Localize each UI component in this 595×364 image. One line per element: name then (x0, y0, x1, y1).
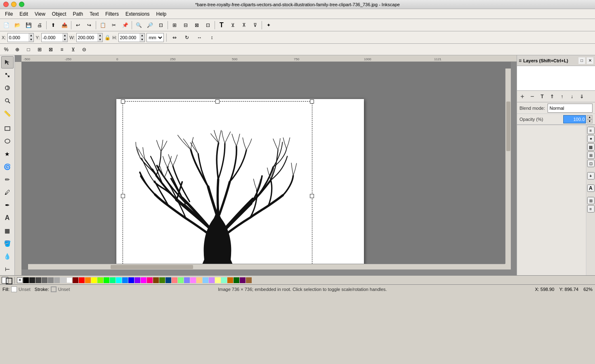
swatch-yellow-green[interactable] (97, 277, 103, 283)
swatch-lightblue[interactable] (203, 277, 208, 283)
x-input[interactable] (8, 33, 28, 42)
menu-object[interactable]: Object (49, 10, 70, 18)
layer-text-btn[interactable]: T (538, 92, 547, 101)
snap-grid[interactable]: ⊠ (45, 44, 56, 55)
spiral-tool[interactable]: 🌀 (1, 161, 14, 173)
nodes-button[interactable]: ⊟ (180, 20, 191, 31)
swatch-violet[interactable] (135, 277, 140, 283)
y-input[interactable] (42, 33, 62, 42)
swatch-aqua[interactable] (221, 277, 227, 283)
move-layer-up-btn[interactable]: ↑ (557, 92, 567, 101)
dropper-tool[interactable]: 💧 (1, 250, 14, 262)
tweak-tool[interactable] (1, 82, 14, 94)
remove-layer-btn[interactable]: − (528, 92, 537, 101)
v-scroll-thumb[interactable] (506, 102, 510, 151)
pen-tool[interactable]: 🖊 (1, 186, 14, 199)
undo-button[interactable]: ↩ (73, 20, 83, 31)
menu-path[interactable]: Path (70, 10, 87, 18)
x-spin-up[interactable]: ▲ (28, 33, 33, 38)
rect-tool[interactable] (1, 122, 14, 135)
open-button[interactable]: 📂 (12, 20, 23, 31)
snap-page[interactable]: ⊞ (34, 44, 45, 55)
swatch-spring-green[interactable] (110, 277, 116, 283)
snap-nodes[interactable]: ⊕ (12, 44, 23, 55)
menu-help[interactable]: Help (153, 10, 170, 18)
save-button[interactable]: 💾 (23, 20, 34, 31)
swatch-cyan[interactable] (116, 277, 122, 283)
stroke-indicator[interactable] (6, 278, 12, 284)
h-scroll-thumb[interactable] (111, 265, 193, 269)
ri-lines-btn[interactable]: ≡ (587, 205, 595, 213)
ri-layers-btn[interactable]: ≡ (587, 127, 595, 134)
add-layer-btn[interactable]: + (518, 92, 527, 101)
layers-close-btn[interactable]: ✕ (587, 57, 593, 64)
swatch-olive[interactable] (159, 277, 165, 283)
swatch-salmon[interactable] (172, 277, 177, 283)
zoom-out-button[interactable]: 🔎 (144, 20, 155, 31)
swatch-darkgray2[interactable] (35, 277, 41, 283)
move-layer-down-btn[interactable]: ↓ (567, 92, 576, 101)
rotate-btn[interactable]: ↻ (182, 32, 192, 43)
y-spin-down[interactable]: ▼ (62, 38, 67, 42)
canvas-content[interactable]: freeclipart (21, 62, 511, 269)
redo-button[interactable]: ↪ (84, 20, 94, 31)
w-spin-up[interactable]: ▲ (97, 33, 102, 38)
distribute-button[interactable]: ⊼ (238, 20, 249, 31)
swatch-sky-blue[interactable] (122, 277, 128, 283)
select-tool[interactable] (1, 56, 14, 69)
lock-icon[interactable]: 🔒 (104, 35, 111, 40)
ri-grid-btn[interactable]: ⊞ (587, 197, 595, 204)
calligraphy-tool[interactable]: ✒ (1, 199, 14, 211)
swatch-darkgray1[interactable] (29, 277, 35, 283)
menu-text[interactable]: Text (86, 10, 102, 18)
snap-center[interactable]: ⊝ (79, 44, 90, 55)
new-button[interactable]: 📄 (1, 20, 12, 31)
ungroup-button[interactable]: ⊡ (203, 20, 213, 31)
menu-extensions[interactable]: Extensions (122, 10, 153, 18)
y-spin-up[interactable]: ▲ (62, 33, 67, 38)
opacity-down-btn[interactable]: ▼ (587, 119, 593, 123)
swatch-mint[interactable] (178, 277, 184, 283)
vertical-scrollbar[interactable] (505, 69, 511, 264)
swatch-darkred[interactable] (73, 277, 78, 283)
move-layer-up-top-btn[interactable]: ⇑ (548, 92, 557, 101)
snap-bbox[interactable]: □ (23, 44, 34, 55)
statusbar-stroke-box[interactable] (51, 286, 57, 292)
swatch-peach[interactable] (196, 277, 202, 283)
flip-v-btn[interactable]: ↕ (206, 32, 217, 43)
xml-editor-button[interactable]: ✦ (263, 20, 274, 31)
snap-align[interactable]: ≡ (57, 44, 67, 55)
tree-image[interactable]: freeclipart (125, 103, 310, 269)
h-spin-down[interactable]: ▼ (139, 38, 144, 42)
transform2-button[interactable]: ⊽ (250, 20, 260, 31)
swatch-blue[interactable] (128, 277, 134, 283)
circle-tool[interactable] (1, 135, 14, 147)
zoom-tool[interactable] (1, 95, 14, 107)
menu-edit[interactable]: Edit (16, 10, 31, 18)
snap-toggle[interactable]: % (1, 44, 12, 55)
transform-button[interactable]: ⊞ (169, 20, 180, 31)
swatch-green[interactable] (104, 277, 109, 283)
gradient-tool[interactable]: ▦ (1, 225, 14, 237)
minimize-button[interactable] (11, 2, 17, 7)
transform-handle-btn[interactable]: ⇔ (169, 32, 180, 43)
node-tool[interactable] (1, 69, 14, 81)
layers-expand-btn[interactable]: □ (578, 57, 585, 64)
paste-button[interactable]: 📌 (120, 20, 130, 31)
swatch-darkgreen[interactable] (234, 277, 239, 283)
swatch-brown[interactable] (153, 277, 159, 283)
swatch-tan[interactable] (246, 277, 252, 283)
star-tool[interactable]: ★ (1, 148, 14, 160)
swatch-red[interactable] (79, 277, 85, 283)
swatch-navy[interactable] (165, 277, 171, 283)
blend-mode-select[interactable]: Normal Multiply Screen Overlay Darken Li… (548, 104, 593, 113)
w-spin-down[interactable]: ▼ (97, 38, 102, 42)
fill-tool[interactable]: 🪣 (1, 237, 14, 250)
pencil-tool[interactable]: ✏ (1, 173, 14, 186)
swatch-darkorange[interactable] (227, 277, 233, 283)
ri-plus-btn[interactable]: + (587, 172, 595, 180)
swatch-pink[interactable] (190, 277, 196, 283)
menu-file[interactable]: File (2, 10, 16, 18)
unit-select[interactable]: mm px in pt (146, 33, 164, 42)
h-spin-up[interactable]: ▲ (139, 33, 144, 38)
